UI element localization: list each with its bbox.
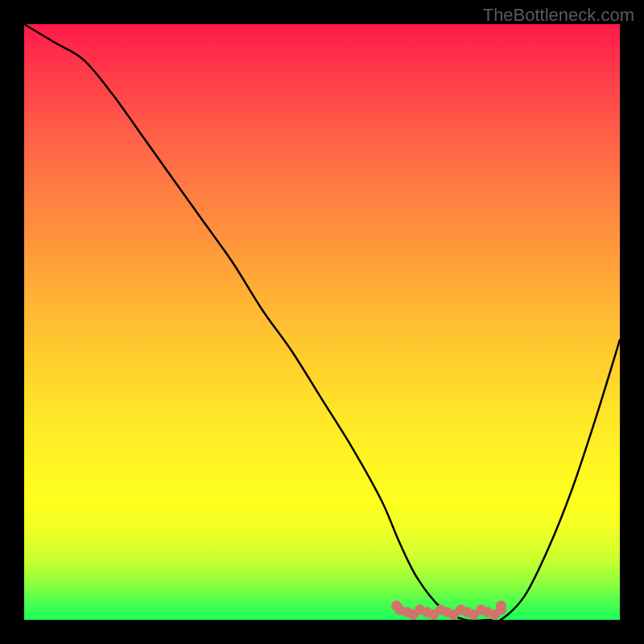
chart-plot-area	[24, 24, 620, 620]
chart-marker-band	[394, 607, 506, 618]
watermark-text: TheBottleneck.com	[483, 5, 634, 26]
chart-curve-path	[24, 24, 620, 621]
chart-marker-dot	[496, 601, 506, 611]
chart-curve-svg	[24, 24, 620, 620]
